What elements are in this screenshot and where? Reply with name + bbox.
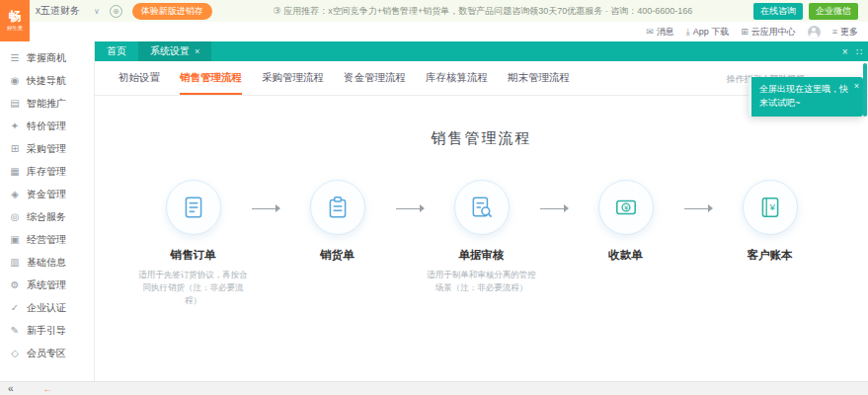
sidebar-item-services[interactable]: ◎ 综合服务 bbox=[0, 205, 94, 228]
tab-purchase-process[interactable]: 采购管理流程 bbox=[262, 71, 324, 95]
app-window: 畅 好生意 x五道财务 ∨ ⊕ 体验新版进销存 ③ 应用推荐：x空间竞争力+销售… bbox=[0, 0, 868, 395]
sidebar-nav: ☰ 掌握商机 ◉ 快捷导航 ▤ 智能推广 ✦ 特价管理 ⊞ 采购管理 ▦ 库存管… bbox=[0, 41, 95, 381]
app-download-button[interactable]: ⤓ App 下载 bbox=[686, 26, 730, 39]
sales-flow-diagram: 销售订单 适用于先签订货协议，再按合同执行销货（注：非必要流程） 销货单 bbox=[95, 180, 868, 308]
logo-text: 好生意 bbox=[7, 24, 23, 32]
tab-home[interactable]: 首页 bbox=[95, 41, 138, 61]
sidebar-item-special-price[interactable]: ✦ 特价管理 bbox=[0, 115, 94, 137]
sidebar-item-label: 新手引导 bbox=[27, 324, 66, 338]
dashboard-icon: ▣ bbox=[9, 234, 21, 245]
target-icon: ◉ bbox=[9, 75, 21, 86]
chevron-down-icon: ∨ bbox=[94, 7, 100, 16]
flow-node-desc: 适用于制单和审核分离的管控场景（注：非必要流程） bbox=[427, 269, 537, 294]
gear-icon: ⚙ bbox=[9, 279, 21, 290]
sidebar-item-label: 经营管理 bbox=[27, 233, 66, 247]
flow-node-label: 客户账本 bbox=[748, 248, 793, 263]
customer-ledger-circle[interactable]: ¥ bbox=[743, 180, 798, 235]
panel-icon: ▤ bbox=[9, 98, 21, 109]
customer-ledger-icon: ¥ bbox=[757, 195, 783, 220]
message-icon: ✉ bbox=[646, 27, 654, 37]
star-icon: ✦ bbox=[9, 120, 21, 131]
flow-node-label: 单据审核 bbox=[459, 248, 505, 263]
sidebar-item-certification[interactable]: ✓ 企业认证 bbox=[0, 296, 94, 319]
sidebar-item-quick-nav[interactable]: ◉ 快捷导航 bbox=[0, 69, 94, 92]
bottom-bar: « ← bbox=[0, 381, 868, 395]
sidebar-item-promotion[interactable]: ▤ 智能推广 bbox=[0, 92, 94, 115]
sidebar-item-label: 综合服务 bbox=[27, 210, 66, 224]
hamburger-icon: ≡ bbox=[832, 27, 837, 37]
cloud-center-button[interactable]: ⊞ 云应用中心 bbox=[741, 26, 796, 39]
boxes-icon: ▦ bbox=[9, 166, 21, 177]
tab-period-end-process[interactable]: 期末管理流程 bbox=[508, 71, 570, 95]
online-service-button[interactable]: 在线咨询 bbox=[753, 3, 803, 20]
sidebar-item-purchase[interactable]: ⊞ 采购管理 bbox=[0, 137, 94, 160]
sidebar-item-business[interactable]: ☰ 掌握商机 bbox=[0, 46, 94, 69]
wechat-button[interactable]: 企业微信 bbox=[809, 3, 858, 20]
brand-logo[interactable]: 畅 好生意 bbox=[0, 0, 30, 41]
sidebar-item-label: 特价管理 bbox=[27, 119, 66, 133]
tab-options-icon[interactable]: ∷ bbox=[856, 46, 862, 57]
diamond-icon: ◈ bbox=[9, 189, 21, 199]
promo-button[interactable]: 体验新版进销存 bbox=[132, 3, 212, 20]
tab-system-settings[interactable]: 系统设置 × bbox=[138, 41, 211, 61]
tab-bar-actions: × ∷ bbox=[842, 41, 862, 61]
sidebar-item-operations[interactable]: ▣ 经营管理 bbox=[0, 228, 94, 251]
sidebar-item-label: 采购管理 bbox=[27, 142, 66, 156]
sidebar-item-membership[interactable]: ◇ 会员专区 bbox=[0, 342, 94, 364]
sales-order-circle[interactable] bbox=[166, 180, 221, 235]
history-back-icon[interactable]: « bbox=[8, 384, 14, 394]
sidebar-item-funds[interactable]: ◈ 资金管理 bbox=[0, 183, 94, 205]
sales-invoice-circle[interactable] bbox=[310, 180, 365, 235]
tab-inventory-process[interactable]: 库存核算流程 bbox=[426, 71, 488, 95]
sidebar-item-system[interactable]: ⚙ 系统管理 bbox=[0, 274, 94, 296]
sidebar-item-base-info[interactable]: ▥ 基础信息 bbox=[0, 251, 94, 274]
app-download-label: App 下载 bbox=[693, 26, 730, 39]
svg-text:¥: ¥ bbox=[768, 201, 775, 212]
flow-node-sales-order: 销售订单 适用于先签订货协议，再按合同执行销货（注：非必要流程） bbox=[138, 180, 249, 308]
utility-bar: ✉ 消息 ⤓ App 下载 ⊞ 云应用中心 ≡ 更多 bbox=[95, 22, 868, 41]
arrow-right-icon bbox=[393, 203, 427, 213]
download-icon: ⤓ bbox=[686, 27, 690, 38]
sidebar-item-guide[interactable]: ✎ 新手引导 bbox=[0, 319, 94, 342]
promo-notice-text: ③ 应用推荐：x空间竞争力+销售管理+销货单，数智产品问题咨询领30天70优惠服… bbox=[212, 5, 753, 18]
close-icon[interactable]: × bbox=[854, 80, 859, 94]
sidebar-item-label: 系统管理 bbox=[27, 278, 66, 292]
sidebar-item-label: 库存管理 bbox=[27, 165, 66, 179]
account-name: x五道财务 bbox=[36, 4, 80, 18]
close-all-tabs-icon[interactable]: × bbox=[842, 46, 848, 57]
tab-system-settings-label: 系统设置 bbox=[150, 44, 190, 58]
flow-node-doc-review: 单据审核 适用于制单和审核分离的管控场景（注：非必要流程） bbox=[427, 180, 537, 294]
arrow-right-icon bbox=[537, 203, 571, 213]
collapse-sidebar-icon[interactable]: ← bbox=[43, 384, 53, 394]
logo-glyph-icon: 畅 bbox=[9, 10, 22, 24]
tab-home-label: 首页 bbox=[107, 44, 126, 58]
flow-node-label: 销售订单 bbox=[171, 248, 216, 263]
account-selector[interactable]: x五道财务 ∨ bbox=[36, 4, 100, 18]
user-avatar[interactable] bbox=[808, 26, 821, 39]
sidebar-item-label: 基础信息 bbox=[27, 256, 66, 270]
toast-text: 全屏出现在这里哦，快来试试吧~ bbox=[759, 84, 848, 108]
gem-icon: ◇ bbox=[9, 348, 21, 358]
vertical-scrollbar[interactable] bbox=[863, 63, 867, 117]
sidebar-item-inventory[interactable]: ▦ 库存管理 bbox=[0, 160, 94, 183]
messages-button[interactable]: ✉ 消息 bbox=[646, 26, 674, 39]
sales-invoice-icon bbox=[325, 195, 351, 220]
receipt-circle[interactable]: ¥ bbox=[598, 180, 654, 235]
more-menu-button[interactable]: ≡ 更多 bbox=[832, 26, 858, 39]
tab-funds-process[interactable]: 资金管理流程 bbox=[344, 71, 406, 95]
tab-close-icon[interactable]: × bbox=[195, 46, 199, 56]
more-label: 更多 bbox=[840, 26, 858, 39]
tab-initial-setup[interactable]: 初始设置 bbox=[118, 71, 160, 95]
arrow-right-icon bbox=[249, 203, 282, 213]
tab-sales-process[interactable]: 销售管理流程 bbox=[180, 71, 242, 95]
table-icon: ▥ bbox=[9, 257, 21, 268]
doc-review-circle[interactable] bbox=[454, 180, 510, 235]
cloud-center-label: 云应用中心 bbox=[751, 26, 796, 39]
flow-node-sales-invoice: 销货单 bbox=[282, 180, 393, 269]
top-bar: x五道财务 ∨ ⊕ 体验新版进销存 ③ 应用推荐：x空间竞争力+销售管理+销货单… bbox=[0, 0, 868, 22]
messages-label: 消息 bbox=[657, 26, 674, 39]
pencil-icon: ✎ bbox=[9, 325, 21, 336]
flow-node-label: 销货单 bbox=[320, 248, 355, 263]
globe-icon[interactable]: ⊕ bbox=[110, 5, 122, 18]
grid-plus-icon: ⊞ bbox=[9, 143, 21, 154]
